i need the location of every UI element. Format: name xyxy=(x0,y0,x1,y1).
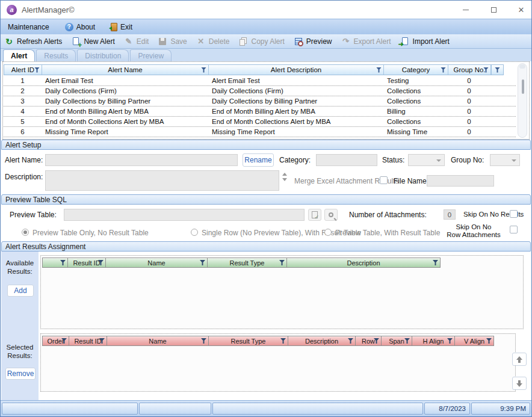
tab-distribution[interactable]: Distribution xyxy=(77,49,129,61)
available-column-filter[interactable] xyxy=(42,258,68,268)
alert-grid-row[interactable]: 6Missing Time ReportMissing Time ReportM… xyxy=(4,127,516,137)
alert-grid-cell: Alert Email Test xyxy=(42,76,208,85)
merge-excel-checkbox[interactable] xyxy=(380,176,388,184)
toolbar: ↻ Refresh Alerts + New Alert ✎ Edit Save… xyxy=(1,34,531,49)
close-button[interactable]: ✕ xyxy=(516,4,527,15)
available-column-result-id[interactable]: Result ID xyxy=(67,258,106,268)
selected-column-v-align[interactable]: V Align xyxy=(454,336,494,346)
tab-preview[interactable]: Preview xyxy=(130,49,172,61)
filter-icon[interactable] xyxy=(200,260,205,265)
selected-column-result-id[interactable]: Result ID xyxy=(69,336,107,346)
filter-icon[interactable] xyxy=(60,260,66,265)
filter-icon[interactable] xyxy=(280,338,286,344)
alert-grid-row[interactable]: 4End of Month Billing Alert by MBAEnd of… xyxy=(4,107,516,117)
description-spinner[interactable] xyxy=(282,173,287,181)
save-button[interactable]: Save xyxy=(158,37,187,46)
radio-preview-with-result[interactable] xyxy=(324,229,332,236)
preview-table-input[interactable] xyxy=(64,209,305,221)
column-header-category[interactable]: Category xyxy=(384,65,448,75)
selected-column-description[interactable]: Description xyxy=(288,336,356,346)
filter-icon[interactable] xyxy=(279,260,285,265)
filter-icon[interactable] xyxy=(201,67,206,73)
edit-icon: ✎ xyxy=(124,37,134,46)
import-icon: ➜ xyxy=(400,37,410,46)
menu-about[interactable]: ? About xyxy=(65,23,95,31)
available-results-grid: Result ID Name Result Type Description xyxy=(40,255,524,329)
edit-button[interactable]: ✎ Edit xyxy=(124,37,149,46)
alert-grid-row[interactable]: 1Alert Email TestAlert Email TestTesting… xyxy=(4,76,516,86)
category-input[interactable] xyxy=(316,154,377,166)
delete-button[interactable]: ✕ Delete xyxy=(196,37,230,46)
alert-grid-row[interactable]: 3Daily Collections by Billing PartnerDai… xyxy=(4,96,516,107)
column-header-alert-description[interactable]: Alert Description xyxy=(209,65,384,75)
column-header-alert-id[interactable]: Alert ID xyxy=(4,65,42,75)
window-title: AlertManager© xyxy=(22,5,75,14)
file-name-label: File Name: xyxy=(394,177,428,185)
filter-icon[interactable] xyxy=(201,338,206,344)
export-alert-button[interactable]: ↷ Export Alert xyxy=(341,37,391,46)
search-table-button[interactable] xyxy=(324,209,338,221)
selected-column-row[interactable]: Row xyxy=(355,336,382,346)
menu-exit[interactable]: Exit xyxy=(111,23,132,31)
grid-filter-button[interactable] xyxy=(491,65,503,75)
alert-name-input[interactable] xyxy=(45,154,238,166)
group-no-dropdown[interactable] xyxy=(490,154,520,166)
file-name-input[interactable] xyxy=(427,175,494,187)
available-column-description[interactable]: Description xyxy=(286,258,441,268)
filter-icon[interactable] xyxy=(348,338,353,344)
move-down-button[interactable] xyxy=(512,377,527,390)
new-alert-button[interactable]: + New Alert xyxy=(71,37,114,46)
status-time: 9:39 PM xyxy=(500,405,526,412)
selected-column-h-align[interactable]: H Align xyxy=(412,336,455,346)
column-header-group-no[interactable]: Group No. xyxy=(448,65,491,75)
radio-preview-only[interactable] xyxy=(22,229,29,236)
minimize-button[interactable] xyxy=(460,4,471,15)
radio-single-row[interactable] xyxy=(191,229,198,236)
tab-results[interactable]: Results xyxy=(36,49,76,61)
scrollbar-thumb[interactable] xyxy=(522,79,524,94)
remove-button[interactable]: Remove xyxy=(5,368,36,380)
skip-no-row-attachments-checkbox[interactable] xyxy=(510,226,518,233)
selected-column-result-type[interactable]: Result Type xyxy=(208,336,288,346)
grid-vertical-scrollbar[interactable] xyxy=(518,63,527,138)
selected-column-name[interactable]: Name xyxy=(107,336,209,346)
alert-grid-row[interactable]: 2Daily Collections (Firm)Daily Collectio… xyxy=(4,86,516,96)
import-alert-button[interactable]: ➜ Import Alert xyxy=(400,37,450,46)
spinner-up-icon[interactable] xyxy=(282,173,287,176)
edit-sql-button[interactable] xyxy=(308,209,321,221)
preview-button[interactable]: Preview xyxy=(294,37,332,46)
alert-setup-header: Alert Setup xyxy=(1,140,531,150)
column-header-group-no-label: Group No. xyxy=(453,66,485,73)
selected-column-span[interactable]: Span xyxy=(381,336,412,346)
alert-grid-cell: 3 xyxy=(4,96,42,106)
add-button[interactable]: Add xyxy=(7,285,34,297)
exit-icon xyxy=(111,23,117,31)
column-header-alert-name[interactable]: Alert Name xyxy=(42,65,209,75)
description-textarea[interactable] xyxy=(45,170,279,191)
alert-grid-row[interactable]: 5End of Month Collections Alert by MBAEn… xyxy=(4,117,516,127)
menu-maintenance[interactable]: Maintenance xyxy=(8,23,49,31)
available-column-name[interactable]: Name xyxy=(105,258,208,268)
filter-icon[interactable] xyxy=(447,338,453,344)
category-label: Category: xyxy=(279,156,311,164)
selected-column-order[interactable]: Order xyxy=(42,336,69,346)
column-header-alert-description-label: Alert Description xyxy=(271,66,321,73)
tab-alert[interactable]: Alert xyxy=(3,49,35,61)
filter-icon[interactable] xyxy=(486,338,492,344)
refresh-alerts-label: Refresh Alerts xyxy=(17,37,62,46)
skip-no-results-checkbox[interactable] xyxy=(510,210,518,218)
maximize-button[interactable] xyxy=(488,4,499,15)
filter-icon[interactable] xyxy=(404,338,410,344)
filter-icon[interactable] xyxy=(34,67,40,73)
move-up-button[interactable] xyxy=(512,353,527,366)
filter-icon[interactable] xyxy=(433,260,438,265)
refresh-alerts-button[interactable]: ↻ Refresh Alerts xyxy=(4,37,62,46)
spinner-down-icon[interactable] xyxy=(282,178,287,181)
available-column-result-type[interactable]: Result Type xyxy=(207,258,287,268)
status-dropdown[interactable] xyxy=(408,154,445,166)
filter-icon[interactable] xyxy=(376,67,382,73)
rename-button[interactable]: Rename xyxy=(243,153,274,167)
copy-alert-button[interactable]: Copy Alert xyxy=(238,37,284,46)
preview-table-sql-header: Preview Table SQL xyxy=(1,194,531,205)
filter-icon[interactable] xyxy=(441,67,446,73)
